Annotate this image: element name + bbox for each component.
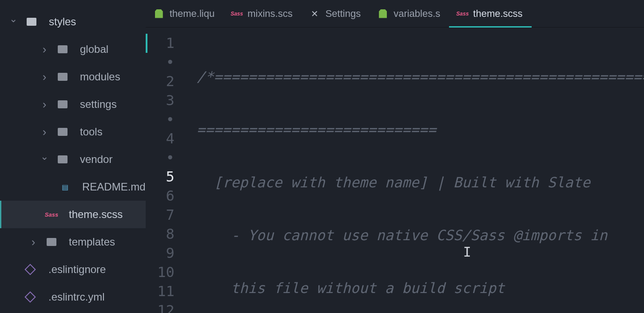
chevron-down-icon	[31, 154, 58, 165]
chevron-right-icon	[31, 98, 58, 111]
folder-label: tools	[80, 126, 103, 138]
file-label: .eslintrc.yml	[48, 291, 105, 303]
code-line: - You cannot use native CSS/Sass @import…	[197, 226, 644, 245]
file-eslintrc[interactable]: .eslintrc.yml	[0, 283, 146, 311]
folder-icon	[47, 238, 56, 246]
folder-icon	[58, 155, 68, 163]
file-label: theme.scss	[69, 208, 123, 221]
sass-icon: Sass	[232, 10, 241, 18]
code-line: ============================	[197, 120, 644, 139]
tab-label: mixins.scs	[247, 8, 292, 20]
line-number: 12	[146, 301, 175, 313]
tab-theme-liquid[interactable]: theme.liqu	[146, 0, 224, 28]
line-number: 2	[146, 72, 175, 91]
folder-label: modules	[80, 71, 120, 83]
tab-label: Settings	[326, 8, 361, 20]
folder-label: global	[80, 43, 108, 55]
folder-styles[interactable]: styles	[0, 8, 146, 36]
line-number-fold	[146, 53, 175, 72]
tab-label: theme.liqu	[170, 8, 215, 20]
line-number: 6	[146, 186, 175, 206]
folder-icon	[27, 18, 36, 26]
code-editor[interactable]: 1 2 3 4 5 6 7 8 9 10 11 12 /*===========…	[146, 28, 644, 313]
line-gutter: 1 2 3 4 5 6 7 8 9 10 11 12	[146, 28, 188, 313]
chevron-down-icon	[0, 16, 27, 28]
folder-settings[interactable]: settings	[0, 91, 146, 118]
line-number-fold	[146, 110, 175, 129]
eslint-icon	[24, 291, 36, 302]
folder-tools[interactable]: tools	[0, 118, 146, 146]
line-number: 1	[146, 34, 175, 53]
folder-global[interactable]: global	[0, 36, 146, 63]
file-label: README.md	[82, 181, 146, 193]
line-number: 3	[146, 91, 175, 110]
wrench-icon: ✕	[310, 10, 319, 18]
tab-theme-scss[interactable]: Sass theme.scss	[449, 0, 531, 28]
code-lines[interactable]: /*======================================…	[188, 28, 644, 313]
line-number: 7	[146, 206, 175, 225]
tab-label: theme.scss	[473, 8, 522, 20]
line-number: 9	[146, 244, 175, 263]
chevron-right-icon	[31, 125, 58, 139]
folder-icon	[58, 128, 68, 136]
line-number: 8	[146, 225, 175, 244]
folder-label: vendor	[80, 153, 112, 166]
chevron-right-icon	[20, 235, 47, 249]
code-line: /*======================================…	[197, 67, 644, 87]
folder-label: templates	[69, 236, 115, 248]
folder-modules[interactable]: modules	[0, 63, 146, 91]
sass-icon: Sass	[458, 10, 467, 18]
folder-vendor[interactable]: vendor	[0, 146, 146, 173]
shopify-icon	[155, 10, 163, 18]
code-line: this file without a build script	[197, 279, 644, 298]
editor-area: theme.liqu Sass mixins.scs ✕ Settings va…	[146, 0, 644, 313]
gutter-accent	[146, 34, 147, 53]
line-number: 11	[146, 282, 175, 301]
sass-icon: Sass	[47, 210, 56, 218]
folder-icon	[58, 100, 68, 108]
folder-icon	[58, 73, 68, 81]
folder-label: settings	[80, 98, 117, 111]
code-line: [replace with theme name] | Built with S…	[197, 173, 644, 192]
shopify-icon	[378, 10, 387, 18]
tab-bar: theme.liqu Sass mixins.scs ✕ Settings va…	[146, 0, 644, 28]
line-number: 4	[146, 129, 175, 148]
chevron-right-icon	[31, 43, 58, 56]
folder-label: styles	[49, 16, 76, 28]
tab-variables[interactable]: variables.s	[370, 0, 449, 28]
tab-label: variables.s	[394, 8, 440, 20]
line-number-fold	[146, 148, 175, 167]
folder-icon	[58, 45, 68, 53]
mouse-text-cursor: I	[463, 244, 471, 260]
line-number: 10	[146, 263, 175, 282]
tab-mixins[interactable]: Sass mixins.scs	[223, 0, 301, 28]
tab-settings[interactable]: ✕ Settings	[302, 0, 370, 28]
line-number: 5	[146, 167, 175, 186]
file-eslintignore[interactable]: .eslintignore	[0, 256, 146, 283]
folder-templates[interactable]: templates	[0, 228, 146, 256]
file-label: .eslintignore	[48, 263, 106, 276]
file-tree-sidebar: styles global modules settings tools ven…	[0, 0, 146, 313]
chevron-right-icon	[31, 70, 58, 84]
eslint-icon	[24, 264, 36, 275]
file-theme-scss[interactable]: Sass theme.scss	[0, 201, 146, 228]
file-readme[interactable]: ▤ README.md	[0, 173, 146, 201]
readme-icon: ▤	[60, 183, 70, 191]
